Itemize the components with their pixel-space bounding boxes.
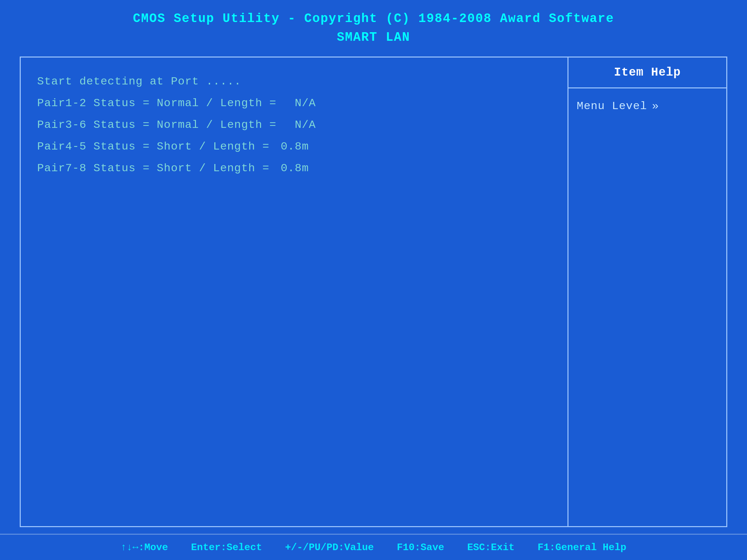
footer-bar: ↑↓↔:MoveEnter:Select+/-/PU/PD:ValueF10:S… — [0, 534, 747, 560]
status-line-4: Pair7-8 Status = Short / Length =0.8m — [37, 157, 551, 179]
status-line-0: Start detecting at Port ..... — [37, 71, 551, 92]
left-panel: Start detecting at Port .....Pair1-2 Sta… — [21, 57, 568, 526]
status-label: Pair4-5 Status = Short / Length = — [37, 140, 269, 153]
status-line-2: Pair3-6 Status = Normal / Length =N/A — [37, 114, 551, 136]
status-label: Start detecting at Port ..... — [37, 75, 241, 88]
footer-item-2: +/-/PU/PD:Value — [285, 542, 374, 553]
right-panel: Item Help Menu Level » — [568, 57, 726, 526]
main-content-area: Start detecting at Port .....Pair1-2 Sta… — [20, 56, 727, 527]
item-help-header: Item Help — [568, 57, 726, 88]
status-line-1: Pair1-2 Status = Normal / Length =N/A — [37, 92, 551, 114]
status-value: N/A — [277, 118, 316, 131]
item-help-title: Item Help — [614, 66, 680, 79]
footer-item-5: F1:General Help — [538, 542, 626, 553]
status-label: Pair3-6 Status = Normal / Length = — [37, 118, 277, 131]
status-label: Pair7-8 Status = Short / Length = — [37, 162, 269, 175]
status-value: 0.8m — [269, 162, 309, 175]
status-value: 0.8m — [269, 140, 309, 153]
header-line1: CMOS Setup Utility - Copyright (C) 1984-… — [0, 9, 747, 28]
item-help-body: Menu Level » — [568, 88, 726, 124]
status-line-3: Pair4-5 Status = Short / Length =0.8m — [37, 136, 551, 157]
footer-item-0: ↑↓↔:Move — [121, 542, 168, 553]
menu-level-arrows: » — [652, 100, 659, 112]
bios-screen: CMOS Setup Utility - Copyright (C) 1984-… — [0, 0, 747, 560]
footer-item-1: Enter:Select — [191, 542, 262, 553]
status-value: N/A — [277, 97, 316, 109]
status-label: Pair1-2 Status = Normal / Length = — [37, 97, 277, 109]
menu-level-label: Menu Level — [577, 100, 647, 112]
bios-header: CMOS Setup Utility - Copyright (C) 1984-… — [0, 0, 747, 50]
footer-item-3: F10:Save — [397, 542, 444, 553]
header-line2: SMART LAN — [0, 28, 747, 47]
footer-item-4: ESC:Exit — [467, 542, 515, 553]
